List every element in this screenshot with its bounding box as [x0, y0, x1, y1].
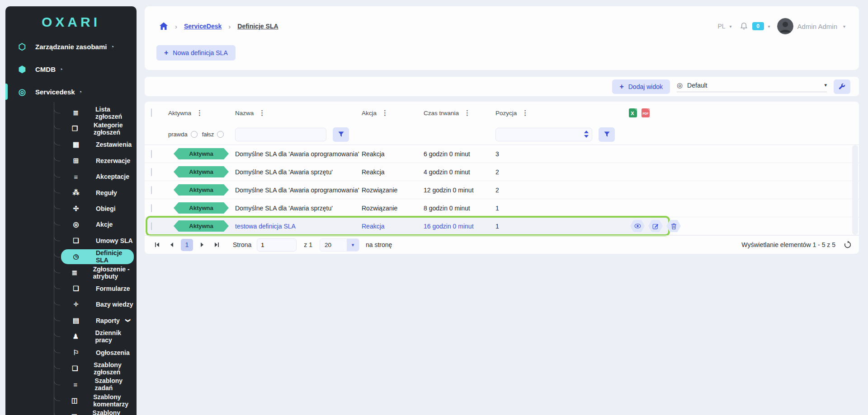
position-filter-input[interactable] [495, 128, 592, 141]
eye-icon [634, 224, 641, 228]
column-menu-icon[interactable]: ⋮ [382, 109, 388, 117]
column-menu-icon[interactable]: ⋮ [259, 109, 265, 117]
sidebar-item-lista-zgloszen[interactable]: ≣ Lista zgłoszeń [5, 105, 137, 121]
sidebar-item-zestawienia[interactable]: ▦ Zestawienia [5, 137, 137, 153]
lightbulb-icon: ✧ [71, 300, 80, 308]
new-sla-button[interactable]: + Nowa definicja SLA [156, 45, 236, 61]
next-page-button[interactable] [197, 239, 208, 250]
row-name-link[interactable]: testowa definicja SLA [235, 223, 362, 230]
headset-icon: ◎ [16, 87, 28, 97]
status-badge: Aktywna [174, 166, 229, 177]
spinner-up-icon[interactable] [584, 131, 589, 133]
select-all-checkbox[interactable] [151, 108, 152, 117]
sidebar-item-reguly[interactable]: ⁂ Reguły [5, 185, 137, 201]
sidebar-item-cmdb[interactable]: ⬢ CMDB ◔ [5, 58, 137, 80]
next-page-icon [199, 242, 205, 247]
sidebar-item-szablony-komentarzy[interactable]: ◫ Szablony komentarzy [5, 392, 137, 408]
row-checkbox[interactable] [151, 168, 152, 176]
chevron-down-icon[interactable]: ❯ [125, 318, 131, 322]
breadcrumb-separator: › [175, 23, 177, 30]
current-page-button[interactable]: 1 [181, 239, 193, 251]
table-row[interactable]: Aktywna Domyślne SLA dla 'Awaria sprzętu… [145, 163, 859, 181]
refresh-button[interactable] [844, 241, 852, 249]
table-scrollbar[interactable] [852, 145, 858, 235]
page-number-input[interactable] [257, 238, 297, 252]
sidebar-item-umowy-sla[interactable]: ❏ Umowy SLA [5, 233, 137, 248]
row-checkbox[interactable] [151, 186, 152, 194]
view-settings-button[interactable] [834, 79, 850, 94]
view-row-button[interactable] [630, 220, 645, 232]
column-header-akcja: Akcja [362, 110, 377, 117]
home-icon[interactable] [159, 22, 168, 31]
first-page-button[interactable] [152, 239, 163, 250]
sidebar-item-zarzadzanie-zasobami[interactable]: ⬡ Zarządzanie zasobami ◔ [5, 35, 137, 58]
sidebar-item-szablony-zgloszen[interactable]: ❏ Szablony zgłoszeń [5, 360, 137, 376]
list-icon: ≣ [71, 269, 78, 277]
prev-page-button[interactable] [166, 239, 177, 250]
column-header-czas-trwania: Czas trwania [424, 110, 459, 117]
name-filter-button[interactable] [333, 127, 349, 142]
view-select[interactable]: ◎ Default ▾ [677, 81, 827, 92]
person-clock-icon: ♟ [71, 332, 80, 340]
sidebar-item-dziennik-pracy[interactable]: ♟ Dziennik pracy [5, 328, 137, 344]
caret-down-icon[interactable]: ▾ [768, 24, 770, 29]
comment-icon: ◫ [71, 396, 78, 405]
column-menu-icon[interactable]: ⋮ [196, 109, 203, 117]
add-view-button[interactable]: + Dodaj widok [612, 79, 670, 94]
plus-icon: + [619, 83, 623, 91]
edit-row-button[interactable] [648, 220, 663, 232]
sidebar-item-label: Zarządzanie zasobami [35, 43, 107, 51]
avatar[interactable] [777, 18, 793, 34]
sidebar-item-szablony-zadan[interactable]: ≡ Szablony zadań [5, 377, 137, 392]
sidebar-item-servicedesk[interactable]: ◎ Servicedesk ◔ [5, 80, 137, 103]
sidebar-item-zgloszenie-atrybuty[interactable]: ≣ Zgłoszenie - atrybuty [5, 265, 137, 280]
caret-down-icon: ▾ [347, 239, 359, 251]
caret-down-icon[interactable]: ▾ [843, 24, 845, 29]
trash-icon [671, 223, 677, 229]
row-checkbox[interactable] [151, 222, 152, 230]
row-checkbox[interactable] [151, 150, 152, 158]
row-checkbox[interactable] [151, 204, 152, 212]
last-page-button[interactable] [211, 239, 222, 250]
table-row[interactable]: Aktywna Domyślne SLA dla 'Awaria sprzętu… [145, 199, 859, 217]
sidebar-item-obiegi[interactable]: ✣ Obiegi [5, 201, 137, 216]
sidebar-item-ogloszenia[interactable]: ⚐ Ogłoszenia [5, 345, 137, 360]
sidebar-item-rezerwacje[interactable]: ⊞ Rezerwacje [5, 153, 137, 168]
column-menu-icon[interactable]: ⋮ [522, 109, 528, 117]
page-size-value: 20 [320, 242, 347, 248]
column-menu-icon[interactable]: ⋮ [464, 109, 471, 117]
sidebar-item-definicje-sla[interactable]: ◷ Definicje SLA [5, 249, 137, 265]
bell-icon[interactable] [740, 22, 748, 31]
number-spinner[interactable] [584, 131, 589, 138]
sidebar-item-bazy-wiedzy[interactable]: ✧ Bazy wiedzy [5, 297, 137, 312]
pagination-bar: 1 Strona z 1 20 ▾ na stronę Wyświetlanie… [145, 235, 859, 254]
document-icon: ❏ [71, 237, 80, 245]
radio-falsz[interactable] [217, 131, 224, 138]
table-row[interactable]: Aktywna Domyślne SLA dla 'Awaria oprogra… [145, 145, 859, 163]
breadcrumb-link-servicedesk[interactable]: ServiceDesk [184, 23, 222, 30]
network-icon: ✣ [71, 205, 80, 213]
sidebar-item-raporty[interactable]: ▤ Raporty ❯ [5, 312, 137, 328]
spinner-down-icon[interactable] [584, 135, 589, 138]
radio-prawda[interactable] [191, 131, 198, 138]
sidebar-item-formularze[interactable]: ❏ Formularze [5, 280, 137, 296]
caret-down-icon[interactable]: ▾ [730, 24, 732, 29]
svg-text:PDF: PDF [643, 112, 649, 115]
table-row[interactable]: Aktywna Domyślne SLA dla 'Awaria oprogra… [145, 181, 859, 199]
delete-row-button[interactable] [666, 220, 681, 232]
language-selector[interactable]: PL [717, 23, 725, 30]
breadcrumb-current[interactable]: Definicje SLA [237, 23, 278, 30]
sidebar-item-akcje[interactable]: ◎ Akcje [5, 217, 137, 233]
sidebar-item-akceptacje[interactable]: ≡ Akceptacje [5, 169, 137, 185]
table-row-highlighted[interactable]: Aktywna testowa definicja SLA Reakcja 16… [145, 217, 859, 235]
user-name[interactable]: Admin Admin [797, 23, 837, 30]
sidebar-item-kategorie-zgloszen[interactable]: ❐ Kategorie zgłoszeń [5, 121, 137, 136]
per-page-label: na stronę [366, 241, 392, 248]
export-excel-icon[interactable]: X [628, 108, 637, 118]
copy-icon: ❐ [71, 125, 78, 133]
page-size-select[interactable]: 20 ▾ [320, 238, 359, 252]
export-pdf-icon[interactable]: PDF [641, 108, 650, 118]
name-filter-input[interactable] [235, 128, 326, 141]
sidebar-item-szablony-powiadomien[interactable]: ✉ Szablony powiadomień [5, 408, 137, 415]
position-filter-button[interactable] [599, 127, 615, 142]
